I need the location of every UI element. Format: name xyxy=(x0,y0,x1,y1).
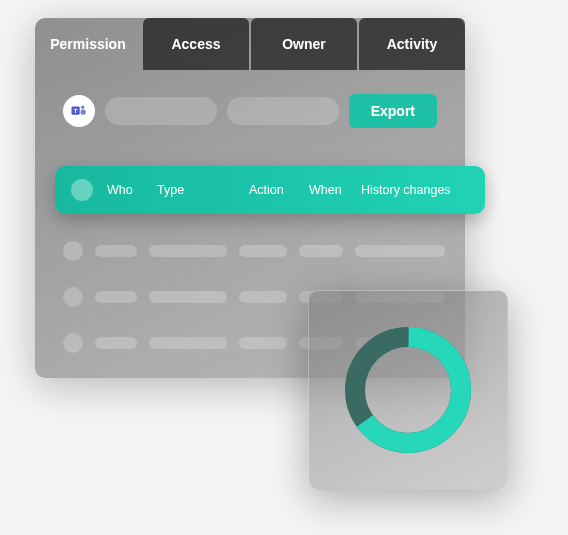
cell-placeholder xyxy=(149,337,227,349)
row-avatar-placeholder xyxy=(63,333,83,353)
cell-placeholder xyxy=(95,245,137,257)
table-header: Who Type Action When History changes xyxy=(55,166,485,214)
column-when: When xyxy=(309,183,361,197)
tab-owner[interactable]: Owner xyxy=(251,18,357,70)
row-avatar-placeholder xyxy=(63,287,83,307)
cell-placeholder xyxy=(149,291,227,303)
tab-bar: Permission Access Owner Activity xyxy=(35,18,465,70)
cell-placeholder xyxy=(239,337,287,349)
svg-rect-3 xyxy=(81,110,86,115)
header-avatar-placeholder xyxy=(71,179,93,201)
cell-placeholder xyxy=(95,291,137,303)
cell-placeholder xyxy=(239,245,287,257)
cell-placeholder xyxy=(239,291,287,303)
svg-point-2 xyxy=(81,106,84,109)
tab-access[interactable]: Access xyxy=(143,18,249,70)
cell-placeholder xyxy=(149,245,227,257)
donut-chart xyxy=(338,320,478,460)
teams-icon: T xyxy=(63,95,95,127)
tab-permission[interactable]: Permission xyxy=(35,18,141,70)
row-avatar-placeholder xyxy=(63,241,83,261)
svg-text:T: T xyxy=(74,108,78,114)
cell-placeholder xyxy=(299,245,343,257)
cell-placeholder xyxy=(355,245,445,257)
toolbar: T Export xyxy=(35,70,465,146)
export-button[interactable]: Export xyxy=(349,94,437,128)
filter-input-2[interactable] xyxy=(227,97,339,125)
cell-placeholder xyxy=(95,337,137,349)
teams-glyph-icon: T xyxy=(70,102,88,120)
column-action: Action xyxy=(249,183,309,197)
column-history: History changes xyxy=(361,183,469,197)
column-who: Who xyxy=(107,183,157,197)
table-row[interactable] xyxy=(63,228,447,274)
filter-input-1[interactable] xyxy=(105,97,217,125)
donut-chart-card xyxy=(308,290,508,490)
column-type: Type xyxy=(157,183,249,197)
tab-activity[interactable]: Activity xyxy=(359,18,465,70)
